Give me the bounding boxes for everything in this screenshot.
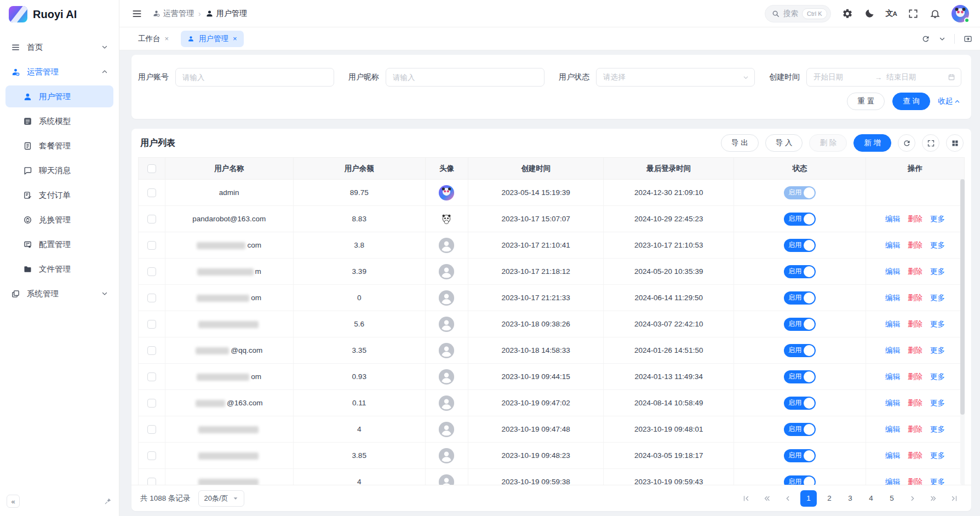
status-toggle[interactable]: 启用: [784, 449, 816, 462]
last-page-button[interactable]: [946, 490, 962, 507]
table-scrollbar[interactable]: [960, 179, 965, 485]
row-checkbox[interactable]: [147, 451, 156, 460]
next-page-button[interactable]: [904, 490, 921, 507]
status-toggle[interactable]: 启用: [784, 213, 816, 226]
sidebar-subitem-7[interactable]: 文件管理: [5, 258, 113, 280]
page-button-3[interactable]: 3: [842, 490, 858, 507]
edit-link[interactable]: 编辑: [885, 346, 900, 354]
refresh-icon[interactable]: [921, 35, 930, 43]
reset-button[interactable]: 重 置: [847, 93, 885, 110]
row-checkbox[interactable]: [147, 188, 156, 197]
sidebar-subitem-4[interactable]: 支付订单: [5, 184, 113, 206]
status-toggle[interactable]: 启用: [784, 344, 816, 357]
logo[interactable]: Ruoyi AI: [0, 0, 119, 28]
sidebar-collapse-button[interactable]: «: [7, 495, 20, 508]
status-toggle[interactable]: 启用: [784, 265, 816, 278]
page-button-1[interactable]: 1: [800, 490, 817, 507]
edit-link[interactable]: 编辑: [885, 320, 900, 328]
sidebar-item-system[interactable]: 系统管理: [5, 283, 113, 305]
edit-link[interactable]: 编辑: [885, 425, 900, 433]
select-all-checkbox[interactable]: [147, 164, 156, 173]
breadcrumb-item-user-management[interactable]: 用户管理: [205, 9, 247, 19]
status-toggle[interactable]: 启用: [784, 397, 816, 410]
edit-link[interactable]: 编辑: [885, 215, 900, 223]
tab-workbench[interactable]: 工作台 ×: [131, 31, 175, 47]
edit-link[interactable]: 编辑: [885, 399, 900, 407]
account-input[interactable]: [175, 68, 334, 87]
more-link[interactable]: 更多: [930, 399, 945, 407]
pin-icon[interactable]: [104, 497, 112, 506]
export-button[interactable]: 导 出: [721, 134, 759, 152]
row-checkbox[interactable]: [147, 267, 156, 276]
settings-gear-icon[interactable]: [842, 8, 853, 19]
more-link[interactable]: 更多: [930, 372, 945, 381]
refresh-icon[interactable]: [898, 134, 915, 152]
row-checkbox[interactable]: [147, 294, 156, 302]
edit-link[interactable]: 编辑: [885, 372, 900, 381]
sidebar-item-operations[interactable]: 运营管理: [5, 61, 113, 83]
delete-button[interactable]: 删 除: [809, 134, 847, 152]
sidebar-subitem-5[interactable]: 兑换管理: [5, 209, 113, 231]
translate-icon[interactable]: 文A: [886, 9, 897, 19]
delete-link[interactable]: 删除: [908, 267, 922, 276]
delete-link[interactable]: 删除: [908, 241, 922, 249]
delete-link[interactable]: 删除: [908, 320, 922, 328]
first-page-button[interactable]: [738, 490, 754, 507]
next2-page-button[interactable]: [925, 490, 942, 507]
more-link[interactable]: 更多: [930, 215, 945, 223]
more-link[interactable]: 更多: [930, 320, 945, 328]
import-button[interactable]: 导 入: [765, 134, 803, 152]
edit-link[interactable]: 编辑: [885, 267, 900, 276]
search-button[interactable]: 查 询: [892, 93, 930, 110]
add-button[interactable]: 新 增: [853, 134, 891, 152]
collapse-link[interactable]: 收起: [938, 96, 960, 106]
nickname-input[interactable]: [386, 68, 545, 87]
sidebar-subitem-6[interactable]: 配置管理: [5, 233, 113, 255]
breadcrumb-item-operations[interactable]: 运营管理: [152, 9, 194, 19]
sidebar-subitem-0[interactable]: 用户管理: [5, 85, 113, 107]
more-link[interactable]: 更多: [930, 346, 945, 354]
sidebar-item-home[interactable]: 首页: [5, 36, 113, 58]
row-checkbox[interactable]: [147, 399, 156, 408]
row-checkbox[interactable]: [147, 320, 156, 329]
date-range-picker[interactable]: 开始日期 → 结束日期: [806, 68, 961, 87]
row-checkbox[interactable]: [147, 478, 156, 485]
dark-mode-moon-icon[interactable]: [864, 8, 875, 19]
notifications-bell-icon[interactable]: [930, 8, 941, 19]
sidebar-subitem-2[interactable]: 套餐管理: [5, 135, 113, 157]
page-button-2[interactable]: 2: [821, 490, 838, 507]
edit-link[interactable]: 编辑: [885, 451, 900, 460]
row-checkbox[interactable]: [147, 425, 156, 434]
sidebar-subitem-3[interactable]: 聊天消息: [5, 159, 113, 181]
layout-fullscreen-icon[interactable]: [964, 35, 972, 43]
delete-link[interactable]: 删除: [908, 478, 922, 485]
status-toggle[interactable]: 启用: [784, 423, 816, 436]
status-select[interactable]: 请选择: [596, 68, 755, 87]
delete-link[interactable]: 删除: [908, 451, 922, 460]
status-toggle[interactable]: 启用: [784, 239, 816, 252]
chevron-down-icon[interactable]: [939, 36, 945, 42]
user-avatar[interactable]: [952, 5, 969, 22]
edit-link[interactable]: 编辑: [885, 478, 900, 485]
fullscreen-icon[interactable]: [908, 8, 919, 19]
status-toggle[interactable]: 启用: [784, 475, 816, 485]
more-link[interactable]: 更多: [930, 294, 945, 302]
status-toggle[interactable]: 启用: [784, 186, 816, 199]
edit-link[interactable]: 编辑: [885, 241, 900, 249]
edit-link[interactable]: 编辑: [885, 294, 900, 302]
status-toggle[interactable]: 启用: [784, 291, 816, 305]
row-checkbox[interactable]: [147, 215, 156, 223]
close-icon[interactable]: ×: [233, 35, 237, 43]
more-link[interactable]: 更多: [930, 478, 945, 485]
column-settings-icon[interactable]: [946, 134, 964, 152]
delete-link[interactable]: 删除: [908, 294, 922, 302]
table-fullscreen-icon[interactable]: [922, 134, 939, 152]
row-checkbox[interactable]: [147, 346, 156, 355]
more-link[interactable]: 更多: [930, 241, 945, 249]
menu-toggle-icon[interactable]: [131, 8, 142, 19]
scrollbar-thumb[interactable]: [960, 179, 965, 415]
more-link[interactable]: 更多: [930, 267, 945, 276]
delete-link[interactable]: 删除: [908, 346, 922, 354]
tab-user-management[interactable]: 用户管理 ×: [181, 31, 244, 47]
page-button-4[interactable]: 4: [863, 490, 879, 507]
